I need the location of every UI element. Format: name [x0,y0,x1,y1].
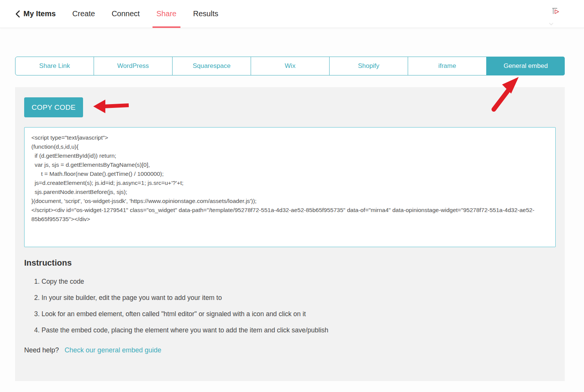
instruction-step: Paste the embed code, placing the elemen… [42,326,556,335]
nav-item-share[interactable]: Share [156,0,176,28]
tab-share-link[interactable]: Share Link [15,57,94,75]
tab-wix[interactable]: Wix [251,57,329,75]
instructions-list: Copy the code In your site builder, edit… [24,277,556,335]
back-chevron-icon [15,10,20,18]
nav-item-create[interactable]: Create [72,0,95,28]
instruction-step: Look for an embed element, often called … [42,309,556,318]
embed-code-box[interactable]: <script type="text/javascript"> (functio… [24,127,556,247]
presentation-pointer-icon[interactable] [552,8,560,15]
tab-iframe[interactable]: iframe [408,57,486,75]
copy-code-button[interactable]: COPY CODE [24,97,83,117]
instruction-step: In your site builder, edit the page you … [42,293,556,302]
nav-item-results[interactable]: Results [193,0,219,28]
tab-wordpress[interactable]: WordPress [94,57,172,75]
back-label: My Items [23,9,56,18]
need-help-row: Need help? Check our general embed guide [24,346,556,354]
tab-squarespace[interactable]: Squarespace [172,57,251,75]
chevron-down-icon [549,21,554,25]
general-embed-guide-link[interactable]: Check our general embed guide [65,346,161,354]
instructions-title: Instructions [24,258,556,268]
tab-general-embed[interactable]: General embed [486,57,565,75]
share-method-tabs: Share Link WordPress Squarespace Wix Sho… [15,57,565,75]
general-embed-panel: COPY CODE <script type="text/javascript"… [15,87,565,381]
need-help-label: Need help? [24,346,59,354]
nav-item-connect[interactable]: Connect [112,0,140,28]
instruction-step: Copy the code [42,277,556,286]
top-navigation: My Items Create Connect Share Results [0,0,584,28]
tab-shopify[interactable]: Shopify [329,57,408,75]
back-to-my-items[interactable]: My Items [15,9,56,18]
